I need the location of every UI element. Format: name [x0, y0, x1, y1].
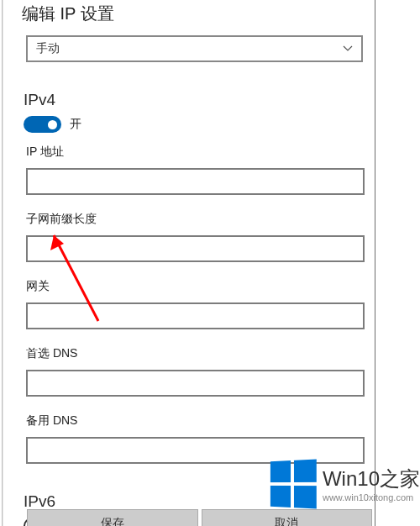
subnet-prefix-label: 子网前缀长度 [26, 212, 365, 227]
subnet-prefix-input[interactable] [26, 235, 365, 262]
windows-logo-icon [270, 460, 317, 509]
save-button[interactable]: 保存 [27, 509, 198, 526]
ipv4-toggle[interactable] [24, 116, 61, 133]
ipv4-heading: IPv4 [3, 62, 375, 109]
mode-select[interactable]: 手动 [26, 35, 363, 62]
watermark: Win10之家 www.win10xitong.com [269, 460, 420, 508]
chevron-down-icon [334, 43, 361, 55]
ip-address-label: IP 地址 [26, 145, 365, 160]
preferred-dns-label: 首选 DNS [26, 346, 365, 361]
watermark-brand: Win10之家 [323, 466, 420, 492]
mode-select-value: 手动 [28, 41, 334, 56]
gateway-label: 网关 [26, 279, 365, 294]
ipv4-toggle-label: 开 [70, 117, 81, 132]
ip-settings-dialog: 编辑 IP 设置 手动 IPv4 开 IP 地址 子网前缀长度 网关 首选 DN… [2, 0, 375, 526]
gateway-input[interactable] [26, 302, 365, 329]
dialog-title: 编辑 IP 设置 [3, 0, 375, 35]
watermark-url: www.win10xitong.com [323, 492, 420, 502]
alternate-dns-label: 备用 DNS [26, 413, 365, 429]
ip-address-input[interactable] [26, 168, 365, 195]
preferred-dns-input[interactable] [26, 370, 365, 397]
cancel-button[interactable]: 取消 [202, 509, 373, 526]
